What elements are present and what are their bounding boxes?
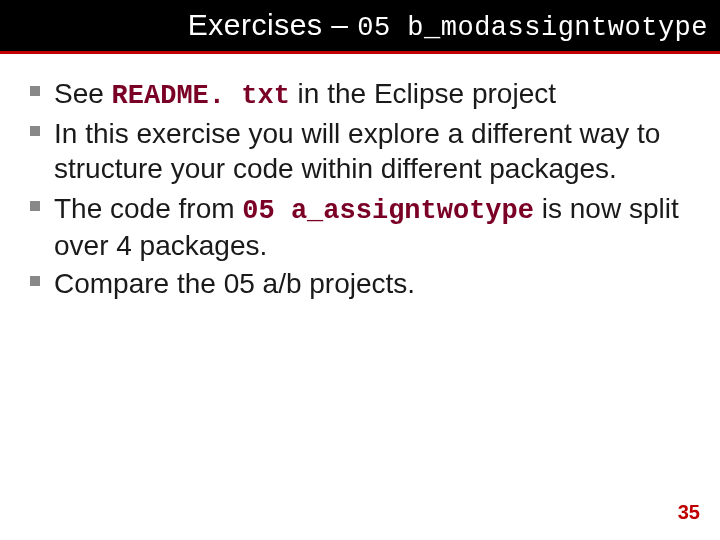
bullet-code: 05 a_assigntwotype (242, 196, 534, 226)
title-code: 05 b_modassigntwotype (357, 13, 708, 43)
list-item: In this exercise you will explore a diff… (30, 116, 690, 189)
title-prefix: Exercises – (188, 8, 357, 41)
title-bar: Exercises – 05 b_modassigntwotype (0, 0, 720, 51)
bullet-text-pre: See (54, 78, 112, 109)
bullet-list: See README. txt in the Eclipse project I… (30, 76, 690, 304)
bullet-text-pre: Compare the 05 a/b projects. (54, 268, 415, 299)
list-item: Compare the 05 a/b projects. (30, 266, 690, 304)
list-item: The code from 05 a_assigntwotype is now … (30, 191, 690, 264)
list-item: See README. txt in the Eclipse project (30, 76, 690, 114)
bullet-text-post: in the Eclipse project (290, 78, 556, 109)
bullet-code: README. txt (112, 81, 290, 111)
page-number: 35 (678, 501, 700, 524)
bullet-text-pre: In this exercise you will explore a diff… (54, 118, 660, 185)
content-area: See README. txt in the Eclipse project I… (0, 54, 720, 304)
bullet-text-pre: The code from (54, 193, 242, 224)
